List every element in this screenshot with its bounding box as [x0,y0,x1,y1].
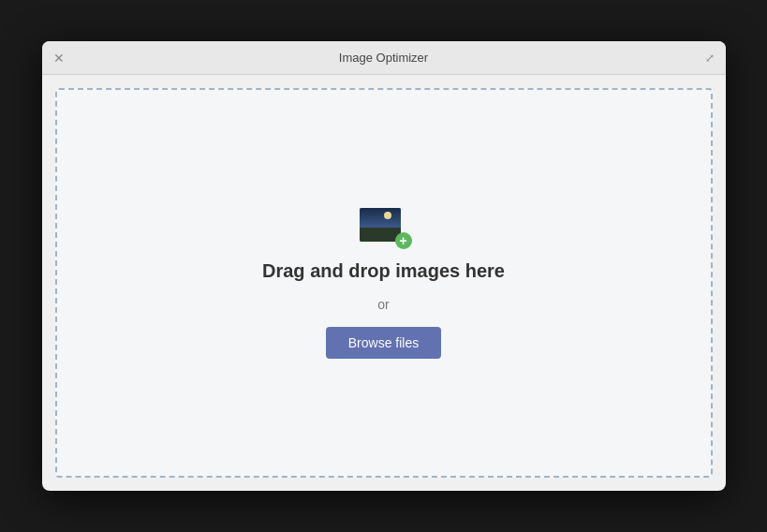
titlebar: ✕ Image Optimizer ⤢ [42,41,726,75]
or-separator: or [377,297,389,312]
plus-badge-icon: + [395,232,412,249]
drag-drop-label: Drag and drop images here [262,260,505,282]
image-add-icon: + [360,208,408,245]
window-title: Image Optimizer [339,51,428,65]
drop-zone[interactable]: + Drag and drop images here or Browse fi… [55,88,713,478]
browse-files-button[interactable]: Browse files [326,327,441,359]
moon-shape [384,212,391,219]
image-thumbnail [360,208,401,242]
ground-layer [360,228,401,241]
expand-button[interactable]: ⤢ [705,52,715,64]
close-button[interactable]: ✕ [53,52,65,65]
sky-layer [360,208,401,229]
app-window: ✕ Image Optimizer ⤢ + Drag and drop imag… [42,41,726,491]
